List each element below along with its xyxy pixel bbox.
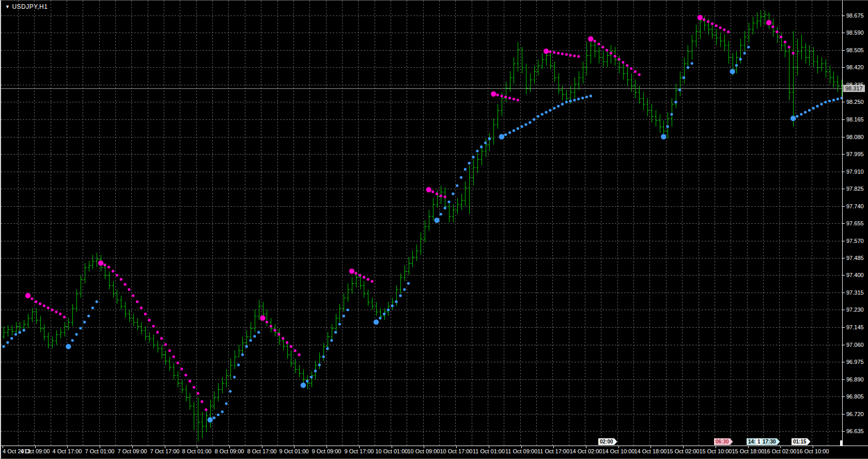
time-flag[interactable]: 06:30 — [714, 438, 733, 445]
price-axis-tick — [842, 345, 845, 345]
scroll-nub[interactable] — [840, 440, 842, 446]
price-axis-label: 98.250 — [846, 98, 864, 105]
price-axis-tick — [842, 362, 845, 362]
price-axis-label: 98.505 — [846, 47, 864, 54]
time-axis-label: 8 Oct 17:00 — [247, 448, 277, 454]
symbol-title: USDJPY,H1 — [12, 3, 48, 10]
price-axis-label: 98.675 — [846, 12, 864, 19]
price-axis-tick — [842, 258, 845, 258]
price-axis-label: 98.165 — [846, 116, 864, 123]
last-price-tag: 98.317 — [843, 85, 865, 92]
price-axis-label: 97.995 — [846, 150, 864, 158]
price-axis-tick — [842, 293, 845, 293]
price-axis-tick — [842, 16, 845, 16]
time-flag[interactable]: 01:15 — [792, 438, 811, 445]
price-axis-label: 98.590 — [846, 29, 864, 36]
time-axis-label: 9 Oct 09:00 — [312, 448, 342, 454]
time-axis-label: 4 Oct 09:00 — [21, 448, 50, 454]
chart-window: ▼USDJPY,H1 98.67598.59098.50598.42098.33… — [0, 0, 868, 459]
price-axis-label: 96.890 — [846, 376, 864, 383]
time-axis-label: 15 Oct 10:00 — [700, 448, 732, 454]
price-axis-tick — [842, 67, 845, 68]
price-axis-label: 97.315 — [846, 289, 864, 296]
price-axis-tick — [842, 102, 845, 102]
price-axis-label: 97.485 — [846, 254, 864, 262]
price-axis-label: 97.145 — [846, 324, 864, 331]
time-axis-label: 14 Oct 02:00 — [570, 448, 602, 454]
time-axis-label: 10 Oct 01:00 — [376, 448, 408, 454]
price-axis-tick — [842, 414, 845, 415]
price-bars-layer — [3, 10, 843, 441]
time-axis-label: 14 Oct 10:00 — [602, 448, 635, 454]
time-axis-label: 11 Oct 01:00 — [473, 448, 505, 454]
price-axis-label: 97.825 — [846, 185, 864, 192]
price-axis-tick — [842, 275, 845, 276]
price-axis-label: 96.635 — [846, 427, 864, 435]
price-axis-tick — [842, 223, 845, 224]
time-axis-label: 16 Oct 02:00 — [764, 448, 797, 454]
time-axis-label: 8 Oct 01:00 — [182, 448, 212, 454]
price-axis-tick — [842, 189, 845, 189]
time-axis-label: 8 Oct 09:00 — [215, 448, 244, 454]
time-axis-label: 9 Oct 01:00 — [280, 448, 309, 454]
grid-layer — [1, 1, 842, 446]
price-axis-tick — [842, 396, 845, 397]
price-axis-label: 97.230 — [846, 306, 864, 313]
price-axis-tick — [842, 119, 845, 120]
price-axis-tick — [842, 241, 845, 241]
price-axis-label: 97.400 — [846, 271, 864, 279]
time-axis-label: 15 Oct 02:00 — [667, 448, 700, 454]
price-axis-tick — [842, 206, 845, 207]
price-axis-tick — [842, 431, 845, 432]
price-axis-label: 97.570 — [846, 237, 864, 244]
time-axis-label: 7 Oct 09:00 — [118, 448, 147, 454]
price-axis-label: 98.080 — [846, 133, 864, 141]
price-axis-label: 97.740 — [846, 203, 864, 210]
sar-dots-layer — [2, 15, 842, 423]
price-axis-label: 98.420 — [846, 64, 864, 71]
symbol-dropdown-icon[interactable]: ▼ — [5, 4, 10, 9]
time-axis-label: 11 Oct 17:00 — [537, 448, 569, 454]
price-axis-label: 96.720 — [846, 410, 864, 418]
price-axis-tick — [842, 310, 845, 310]
price-axis-tick — [842, 172, 845, 172]
time-axis-label: 7 Oct 01:00 — [85, 448, 115, 454]
price-axis-label: 97.910 — [846, 168, 864, 175]
time-flag[interactable]: 02:00 — [598, 438, 617, 445]
price-axis-label: 97.060 — [846, 341, 864, 348]
time-axis-label: 10 Oct 09:00 — [408, 448, 440, 454]
price-axis-tick — [842, 50, 845, 51]
price-axis-tick — [842, 137, 845, 137]
time-axis-label: 11 Oct 09:00 — [505, 448, 537, 454]
price-axis-tick — [842, 33, 845, 33]
time-axis-label: 14 Oct 18:00 — [634, 448, 667, 454]
price-axis-label: 96.805 — [846, 393, 864, 400]
time-axis-label: 16 Oct 10:00 — [797, 448, 829, 454]
price-axis-label: 97.655 — [846, 220, 864, 227]
price-axis-label: 96.975 — [846, 358, 864, 365]
price-axis-tick — [842, 327, 845, 328]
time-axis-label: 4 Oct 17:00 — [53, 448, 82, 454]
time-axis-label: 9 Oct 17:00 — [345, 448, 374, 454]
price-axis-tick — [842, 379, 845, 380]
chart-canvas[interactable] — [1, 1, 842, 446]
price-axis-tick — [842, 154, 845, 155]
time-flag[interactable]: 17:30 — [761, 438, 780, 445]
time-axis-separator-line — [1, 446, 868, 446]
symbol-label: ▼USDJPY,H1 — [5, 3, 48, 10]
time-axis-label: 7 Oct 17:00 — [150, 448, 180, 454]
time-axis-label: 10 Oct 17:00 — [440, 448, 473, 454]
time-axis-label: 15 Oct 18:00 — [732, 448, 765, 454]
